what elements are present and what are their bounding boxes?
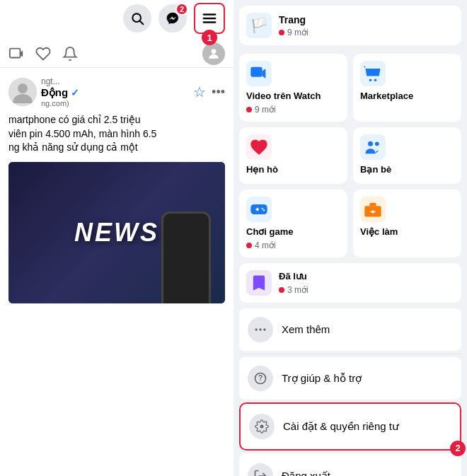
trang-badge: 9 mới	[279, 28, 309, 37]
svg-marker-11	[263, 69, 266, 79]
top-bar: 2 1	[0, 0, 233, 37]
choi-game-label: Chơi game	[246, 226, 340, 238]
right-panel: 🏳️ Trang 9 mới Video tr	[233, 0, 467, 476]
post-url: ng.com)	[41, 99, 189, 108]
news-text-label: NEWS	[74, 218, 159, 248]
viec-lam-card[interactable]: Việc làm	[353, 190, 461, 257]
post-source: ngt...	[41, 76, 189, 86]
dang-xuat-icon	[248, 463, 273, 476]
news-image: NEWS	[8, 162, 225, 303]
svg-point-13	[374, 79, 377, 82]
viec-lam-label: Việc làm	[360, 226, 454, 238]
dang-xuat-item[interactable]: Đăng xuất	[239, 453, 461, 476]
search-button[interactable]	[123, 4, 151, 33]
post-page-name: Động ✓	[41, 86, 189, 99]
post-text: martphone có giá chỉ 2.5 triệu viên pin …	[8, 113, 225, 155]
tro-giup-item[interactable]: ? Trợ giúp & hỗ trợ	[239, 357, 461, 400]
messenger-badge: 2	[175, 3, 188, 16]
content-area: ngt... Động ✓ ng.com) ☆ ••• martphone có…	[0, 68, 233, 312]
cai-dat-item[interactable]: Cài đặt & quyền riêng tư 2	[239, 402, 461, 451]
svg-line-1	[140, 21, 144, 25]
svg-point-19	[262, 208, 263, 209]
svg-point-15	[375, 141, 379, 146]
cai-dat-label: Cài đặt & quyền riêng tư	[283, 420, 399, 433]
messenger-button[interactable]: 2	[158, 4, 187, 33]
xem-them-item[interactable]: Xem thêm	[239, 308, 461, 351]
post-header: ngt... Động ✓ ng.com) ☆ •••	[8, 76, 225, 108]
bookmark-icon[interactable]: ☆	[193, 83, 206, 100]
video-icon[interactable]	[8, 46, 24, 62]
cai-dat-icon	[249, 414, 275, 439]
hen-ho-label: Hẹn hò	[246, 164, 340, 176]
bell-icon[interactable]	[62, 46, 78, 62]
choi-game-dot	[246, 243, 252, 248]
da-luu-card[interactable]: Đã lưu 3 mới	[239, 263, 461, 303]
video-watch-card[interactable]: Video trên Watch 9 mới	[239, 54, 347, 122]
choi-game-card[interactable]: Chơi game 4 mới	[239, 190, 347, 257]
ban-be-label: Bạn bè	[360, 164, 454, 176]
svg-point-26	[263, 328, 265, 330]
step1-label: 1	[202, 30, 217, 45]
video-watch-badge: 9 mới	[255, 105, 276, 115]
da-luu-dot	[279, 287, 284, 293]
nav-row	[0, 37, 233, 68]
tro-giup-icon: ?	[248, 366, 273, 391]
da-luu-badge: 3 mới	[287, 285, 309, 295]
svg-text:?: ?	[258, 373, 263, 382]
heart-icon[interactable]	[35, 46, 51, 62]
svg-point-20	[263, 209, 265, 211]
dang-xuat-label: Đăng xuất	[282, 470, 330, 476]
menu-grid: Video trên Watch 9 mới Marketplace	[233, 48, 467, 306]
ban-be-card[interactable]: Bạn bè	[353, 127, 461, 184]
video-watch-label: Video trên Watch	[246, 91, 340, 103]
da-luu-label: Đã lưu	[279, 271, 309, 283]
svg-point-29	[260, 424, 264, 428]
svg-point-14	[368, 141, 373, 146]
svg-point-24	[255, 328, 258, 330]
choi-game-badge: 4 mới	[255, 240, 276, 250]
trang-label: Trang	[279, 14, 309, 25]
svg-rect-5	[10, 48, 21, 57]
xem-them-icon	[248, 317, 273, 342]
menu-button[interactable]: 1	[194, 3, 225, 34]
svg-point-12	[369, 79, 372, 82]
svg-rect-10	[250, 67, 262, 77]
step2-label: 2	[450, 441, 466, 456]
svg-point-7	[212, 49, 217, 54]
marketplace-label: Marketplace	[360, 91, 454, 103]
xem-them-label: Xem thêm	[282, 323, 330, 335]
verified-icon: ✓	[71, 87, 79, 98]
left-panel: 2 1	[0, 0, 233, 476]
svg-point-25	[259, 328, 261, 330]
more-icon[interactable]: •••	[212, 85, 225, 100]
video-watch-dot	[246, 107, 252, 112]
profile-icon[interactable]	[202, 42, 225, 65]
trang-menu-item[interactable]: 🏳️ Trang 9 mới	[239, 6, 461, 45]
marketplace-card[interactable]: Marketplace	[353, 54, 461, 122]
svg-point-9	[18, 83, 28, 93]
hen-ho-card[interactable]: Hẹn hò	[239, 127, 347, 184]
tro-giup-label: Trợ giúp & hỗ trợ	[282, 372, 362, 385]
